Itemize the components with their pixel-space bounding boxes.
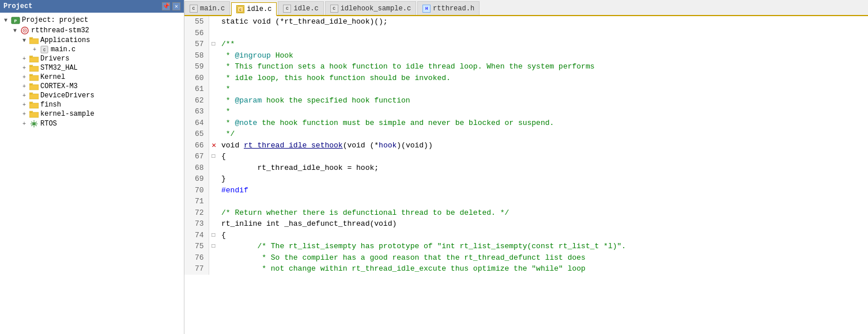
line-code-76[interactable]: * So the compiler has a good reason that… [219, 252, 868, 264]
tab-idle-c-2[interactable]: C idle.c [278, 1, 323, 15]
code-line-62: 62 * @param hook the specified hook func… [184, 95, 868, 107]
line-code-62[interactable]: * @param hook the specified hook functio… [219, 95, 868, 107]
code-line-66: 66 ✕ void rt_thread_idle_sethook(void (*… [184, 140, 868, 151]
tab-label-main-c: main.c [200, 5, 225, 13]
fold-74[interactable]: □ [212, 232, 215, 238]
expander-drivers[interactable]: + [20, 56, 29, 62]
line-code-70[interactable]: #endif [219, 185, 868, 196]
code-line-59: 59 * This function sets a hook function … [184, 61, 868, 73]
expander-rtos[interactable]: + [20, 121, 29, 127]
code-line-71: 71 [184, 196, 868, 207]
line-code-66[interactable]: void rt_thread_idle_sethook(void (*hook)… [219, 140, 868, 151]
expander-main-c[interactable]: + [30, 47, 39, 53]
tree-label-drivers: Drivers [40, 55, 69, 63]
line-code-67[interactable]: { [219, 151, 868, 162]
line-code-71[interactable] [219, 196, 868, 207]
tab-main-c[interactable]: C main.c [184, 1, 230, 15]
expander-stm32hal[interactable]: + [20, 65, 29, 71]
line-code-64[interactable]: * @note the hook function must be simple… [219, 117, 868, 129]
line-code-65[interactable]: */ [219, 128, 868, 140]
line-num-55: 55 [184, 16, 209, 28]
line-code-57[interactable]: /** [219, 39, 868, 50]
tree-label-kernel-sample: kernel-sample [40, 110, 95, 118]
code-line-73: 73 rt_inline int _has_defunct_thread(voi… [184, 218, 868, 230]
devicedrivers-folder-icon [29, 92, 39, 100]
expander-kernel[interactable]: + [20, 74, 29, 81]
tree-label-stm32hal: STM32_HAL [40, 64, 78, 72]
line-code-72[interactable]: /* Return whether there is defunctional … [219, 207, 868, 219]
tree-item-kernel-sample[interactable]: + kernel-sample [0, 109, 184, 119]
line-num-58: 58 [184, 50, 209, 62]
tree-item-cortex[interactable]: + CORTEX-M3 [0, 82, 184, 91]
tab-idlehook[interactable]: C idlehook_sample.c [325, 1, 416, 15]
sidebar-header: Project 📌 ✕ [0, 0, 184, 13]
line-code-56[interactable] [219, 28, 868, 39]
line-num-69: 69 [184, 173, 209, 185]
line-code-61[interactable]: * [219, 84, 868, 95]
line-num-66: 66 [184, 140, 209, 151]
line-code-59[interactable]: * This function sets a hook function to … [219, 61, 868, 73]
tree-item-rtthread[interactable]: ▼ rtthread-stm32 [0, 25, 184, 36]
tree-item-kernel[interactable]: + Kernel [0, 73, 184, 82]
line-marker-57: □ [209, 39, 219, 50]
line-code-69[interactable]: } [219, 173, 868, 185]
line-num-70: 70 [184, 185, 209, 196]
expander-finsh[interactable]: + [20, 102, 29, 108]
line-code-75[interactable]: /* The rt_list_isempty has prototype of … [219, 241, 868, 252]
tab-idle-c-1[interactable]: C idle.c [231, 2, 277, 16]
tree-item-drivers[interactable]: + Drivers [0, 54, 184, 63]
line-code-58[interactable]: * @ingroup Hook [219, 50, 868, 62]
close-icon[interactable]: ✕ [172, 2, 180, 10]
expander-kernel-sample[interactable]: + [20, 111, 29, 117]
line-num-74: 74 [184, 230, 209, 241]
sidebar-content: ▼ P Project: project ▼ rtthread-stm32 ▼ [0, 13, 184, 334]
line-marker-73 [209, 218, 219, 230]
tab-icon-idlehook: C [330, 5, 338, 13]
fold-67[interactable]: □ [212, 153, 215, 160]
line-code-55[interactable]: static void (*rt_thread_idle_hook)(); [219, 16, 868, 28]
tree-item-finsh[interactable]: + finsh [0, 100, 184, 109]
tree-item-project[interactable]: ▼ P Project: project [0, 15, 184, 25]
tree-label-finsh: finsh [40, 101, 61, 109]
line-num-56: 56 [184, 28, 209, 39]
line-marker-59 [209, 61, 219, 73]
line-code-74[interactable]: { [219, 230, 868, 241]
expander-project[interactable]: ▼ [1, 17, 10, 24]
tree-item-main-c[interactable]: + C main.c [0, 45, 184, 54]
line-code-77[interactable]: * not change within rt_thread_idle_excut… [219, 263, 868, 275]
line-code-68[interactable]: rt_thread_idle_hook = hook; [219, 162, 868, 174]
expander-devicedrivers[interactable]: + [20, 93, 29, 99]
expander-cortex[interactable]: + [20, 84, 29, 90]
tree-label-rtos: RTOS [40, 120, 57, 128]
svg-point-7 [32, 122, 36, 126]
line-code-60[interactable]: * idle loop, this hook function should b… [219, 73, 868, 84]
sidebar: Project 📌 ✕ ▼ P Project: project ▼ [0, 0, 184, 334]
line-num-71: 71 [184, 196, 209, 207]
line-num-77: 77 [184, 263, 209, 275]
tab-icon-idle-c-1: C [236, 5, 244, 13]
tab-icon-rtthread-h: H [422, 5, 431, 13]
expander-rtthread[interactable]: ▼ [10, 28, 20, 34]
pin-icon[interactable]: 📌 [162, 2, 170, 10]
fold-75[interactable]: □ [212, 243, 215, 249]
line-marker-58 [209, 50, 219, 62]
code-line-77: 77 * not change within rt_thread_idle_ex… [184, 263, 868, 275]
line-marker-74: □ [209, 230, 219, 241]
line-code-63[interactable]: * [219, 106, 868, 117]
line-code-73[interactable]: rt_inline int _has_defunct_thread(void) [219, 218, 868, 230]
tree-label-rtthread: rtthread-stm32 [31, 26, 89, 35]
line-num-67: 67 [184, 151, 209, 162]
code-area[interactable]: 55 static void (*rt_thread_idle_hook)();… [184, 16, 868, 334]
tab-rtthread-h[interactable]: H rtthread.h [417, 1, 480, 15]
expander-applications[interactable]: ▼ [20, 37, 29, 44]
tree-item-rtos[interactable]: + RTOS [0, 119, 184, 129]
line-marker-60 [209, 73, 219, 84]
tree-item-stm32hal[interactable]: + STM32_HAL [0, 63, 184, 73]
tab-label-idle-c-2: idle.c [293, 5, 318, 13]
fold-57[interactable]: □ [212, 41, 215, 47]
tree-item-devicedrivers[interactable]: + DeviceDrivers [0, 91, 184, 100]
code-line-57: 57 □ /** [184, 39, 868, 50]
tab-label-idlehook: idlehook_sample.c [341, 5, 411, 13]
tree-label-project: Project: project [22, 16, 88, 24]
tree-item-applications[interactable]: ▼ Applications [0, 36, 184, 45]
